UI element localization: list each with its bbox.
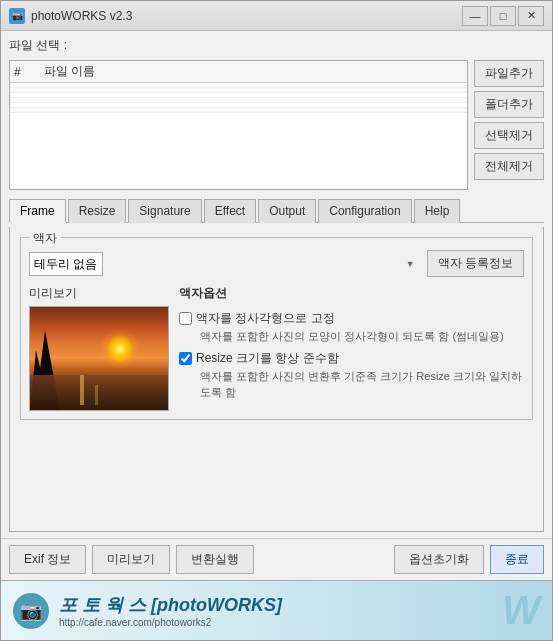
tab-configuration[interactable]: Configuration (318, 199, 411, 223)
checkbox-square[interactable] (179, 312, 192, 325)
frame-select-wrapper: 테두리 없음 (29, 252, 421, 276)
remove-selected-button[interactable]: 선택제거 (474, 122, 544, 149)
remove-all-button[interactable]: 전체제거 (474, 153, 544, 180)
preview-button[interactable]: 미리보기 (92, 545, 170, 574)
window-controls: — □ ✕ (462, 6, 544, 26)
convert-button[interactable]: 변환실행 (176, 545, 254, 574)
exif-button[interactable]: Exif 정보 (9, 545, 86, 574)
tab-frame[interactable]: Frame (9, 199, 66, 223)
col-name: 파일 이름 (40, 61, 467, 83)
frame-select[interactable]: 테두리 없음 (29, 252, 103, 276)
options-title: 액자옵션 (179, 285, 524, 302)
footer-banner: 📷 포 토 웍 스 [photoWORKS] http://cafe.naver… (1, 580, 552, 640)
preview-area: 미리보기 (29, 285, 169, 411)
footer-camera-icon: 📷 (13, 593, 49, 629)
frame-group-title: 액자 (29, 230, 61, 247)
col-num: # (10, 61, 40, 83)
options-area: 액자옵션 액자를 정사각형으로 고정 액자를 포함한 사진의 모양이 정사각형이… (179, 285, 524, 411)
bottom-buttons: Exif 정보 미리보기 변환실행 옵션초기화 종료 (1, 538, 552, 580)
footer-text: 포 토 웍 스 [photoWORKS] http://cafe.naver.c… (59, 593, 282, 628)
tab-content-frame: 액자 테두리 없음 액자 등록정보 미리보기 (9, 227, 544, 532)
main-window: 📷 photoWORKS v2.3 — □ ✕ 파일 선택 : # 파일 이름 (0, 0, 553, 641)
sunset-reflection2 (95, 385, 98, 405)
main-content: 파일 선택 : # 파일 이름 (1, 31, 552, 538)
preview-and-options: 미리보기 (29, 285, 524, 411)
footer-logo-right: W (502, 588, 540, 633)
window-title: photoWORKS v2.3 (31, 9, 462, 23)
exit-button[interactable]: 종료 (490, 545, 544, 574)
frame-section: 액자 테두리 없음 액자 등록정보 미리보기 (20, 237, 533, 428)
footer-url: http://cafe.naver.com/photoworks2 (59, 617, 282, 628)
preview-image (29, 306, 169, 411)
minimize-button[interactable]: — (462, 6, 488, 26)
add-folder-button[interactable]: 폴더추가 (474, 91, 544, 118)
checkbox-resize-label: Resize 크기를 항상 준수함 액자를 포함한 사진의 변환후 기준족 크기… (196, 350, 524, 400)
tab-effect[interactable]: Effect (204, 199, 256, 223)
sunset-bg (30, 307, 168, 410)
tab-output[interactable]: Output (258, 199, 316, 223)
file-section-label: 파일 선택 : (9, 37, 544, 54)
table-row (10, 108, 467, 113)
file-section: # 파일 이름 파일추가 폴더추가 (9, 60, 544, 190)
tab-resize[interactable]: Resize (68, 199, 127, 223)
file-table: # 파일 이름 (10, 61, 467, 113)
tabs-bar: Frame Resize Signature Effect Output Con… (9, 198, 544, 223)
checkbox-row-1: 액자를 정사각형으로 고정 액자를 포함한 사진의 모양이 정사각형이 되도록 … (179, 310, 524, 344)
close-button[interactable]: ✕ (518, 6, 544, 26)
tab-signature[interactable]: Signature (128, 199, 201, 223)
checkbox-square-label: 액자를 정사각형으로 고정 액자를 포함한 사진의 모양이 정사각형이 되도록 … (196, 310, 504, 344)
sunset-reflection (80, 375, 84, 405)
frame-select-row: 테두리 없음 액자 등록정보 (29, 250, 524, 277)
reset-options-button[interactable]: 옵션초기화 (394, 545, 484, 574)
footer-title: 포 토 웍 스 [photoWORKS] (59, 593, 282, 617)
sunset-water (30, 375, 168, 410)
app-icon: 📷 (9, 8, 25, 24)
checkbox-row-2: Resize 크기를 항상 준수함 액자를 포함한 사진의 변환후 기준족 크기… (179, 350, 524, 400)
preview-label: 미리보기 (29, 285, 169, 302)
maximize-button[interactable]: □ (490, 6, 516, 26)
file-list[interactable]: # 파일 이름 (9, 60, 468, 190)
title-bar: 📷 photoWORKS v2.3 — □ ✕ (1, 1, 552, 31)
file-buttons: 파일추가 폴더추가 선택제거 전체제거 (474, 60, 544, 190)
checkbox-resize[interactable] (179, 352, 192, 365)
frame-register-button[interactable]: 액자 등록정보 (427, 250, 524, 277)
tab-help[interactable]: Help (414, 199, 461, 223)
add-file-button[interactable]: 파일추가 (474, 60, 544, 87)
frame-groupbox: 액자 테두리 없음 액자 등록정보 미리보기 (20, 237, 533, 420)
